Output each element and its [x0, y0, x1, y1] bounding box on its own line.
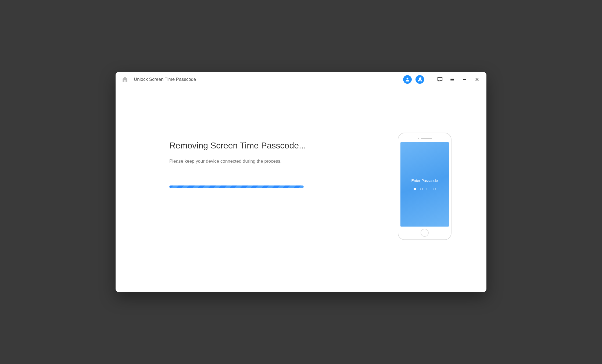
phone-screen: Enter Passcode: [400, 142, 449, 227]
phone-speaker-icon: [421, 138, 432, 139]
status-heading: Removing Screen Time Passcode...: [169, 141, 379, 151]
passcode-dot-icon: [433, 188, 436, 190]
passcode-dots: [414, 188, 436, 190]
phone-illustration: Enter Passcode: [398, 133, 452, 240]
titlebar-left: Unlock Screen Time Passcode: [120, 75, 403, 84]
phone-top-bar: [418, 136, 432, 141]
phone-home-button-icon: [421, 229, 429, 237]
status-subtext: Please keep your device connected during…: [169, 159, 379, 164]
progress-bar-track: [169, 185, 304, 188]
passcode-dot-icon: [414, 188, 416, 190]
feedback-button[interactable]: [435, 75, 445, 84]
content-area: Removing Screen Time Passcode... Please …: [116, 87, 486, 292]
menu-button[interactable]: [448, 75, 457, 84]
progress-bar-fill: [169, 185, 304, 188]
titlebar-divider: [430, 76, 430, 83]
music-search-button[interactable]: [415, 75, 424, 84]
phone-screen-label: Enter Passcode: [411, 179, 438, 183]
account-icon: [403, 75, 412, 84]
minimize-button[interactable]: [460, 75, 469, 84]
svg-line-2: [421, 81, 422, 82]
app-window: Unlock Screen Time Passcode: [116, 72, 486, 292]
window-title: Unlock Screen Time Passcode: [134, 77, 196, 82]
titlebar-right: [403, 75, 482, 84]
device-panel: Enter Passcode: [379, 108, 470, 276]
home-button[interactable]: [120, 75, 130, 84]
status-panel: Removing Screen Time Passcode... Please …: [132, 108, 379, 276]
passcode-dot-icon: [427, 188, 429, 190]
titlebar: Unlock Screen Time Passcode: [116, 72, 486, 87]
phone-camera-icon: [418, 138, 419, 139]
account-button[interactable]: [403, 75, 412, 84]
svg-point-0: [407, 78, 408, 79]
passcode-dot-icon: [420, 188, 423, 190]
close-button[interactable]: [472, 75, 482, 84]
music-icon: [415, 75, 424, 84]
